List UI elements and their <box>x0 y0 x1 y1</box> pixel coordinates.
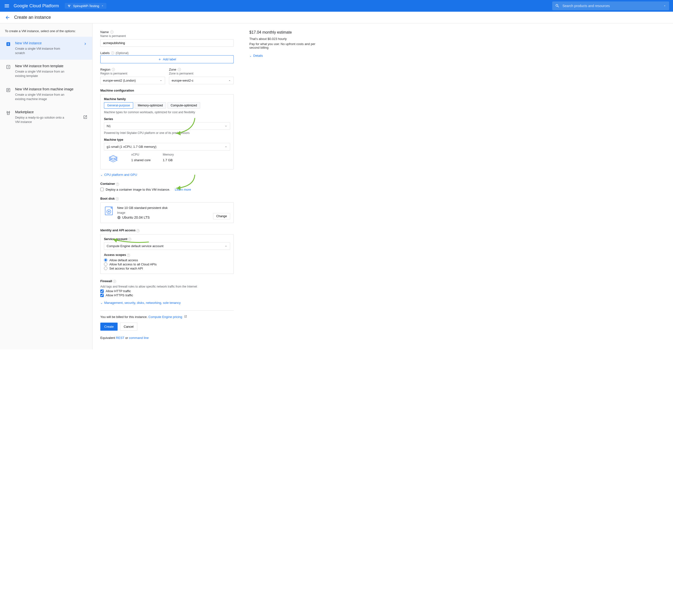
search-icon <box>555 4 559 8</box>
service-account-label: Service account ? <box>104 237 230 241</box>
sidebar-item-new-vm[interactable]: New VM instance Create a single VM insta… <box>0 37 92 60</box>
machine-config-card: Machine family General-purpose Memory-op… <box>100 94 234 170</box>
machine-spec-summary: vCPU1 shared core Memory1.7 GB <box>104 151 230 166</box>
access-scopes-label: Access scopes ? <box>104 253 230 257</box>
firewall-https-checkbox[interactable]: Allow HTTPS traffic <box>100 293 234 297</box>
firewall-heading: Firewall ? <box>100 279 234 283</box>
back-arrow-icon[interactable] <box>5 15 10 20</box>
container-heading: Container ? <box>100 182 234 186</box>
instance-name-input[interactable] <box>100 39 234 47</box>
estimate-panel: $17.04 monthly estimate That's about $0.… <box>243 23 331 349</box>
form-main: Name? Name is permanent Labels?(Optional… <box>92 23 243 349</box>
add-label-button[interactable]: Add label <box>100 55 234 63</box>
series-label: Series <box>104 117 230 121</box>
dropdown-icon <box>101 4 104 7</box>
estimate-details-expand[interactable]: ⌄Details <box>249 54 263 57</box>
help-icon[interactable]: ? <box>111 51 114 54</box>
tab-compute-optimized[interactable]: Compute-optimized <box>168 102 200 109</box>
tab-general-purpose[interactable]: General-purpose <box>104 102 133 109</box>
scope-full[interactable]: Allow full access to all Cloud APIs <box>104 262 230 266</box>
help-icon[interactable]: ? <box>127 254 130 257</box>
identity-heading: Identity and API access ? <box>100 228 234 232</box>
left-sidebar: To create a VM instance, select one of t… <box>0 23 92 349</box>
scope-default[interactable]: Allow default access <box>104 258 230 262</box>
create-button[interactable]: Create <box>100 323 118 331</box>
machine-type-label: Machine type <box>104 138 230 142</box>
cancel-button[interactable]: Cancel <box>120 323 137 331</box>
region-select[interactable]: europe-west2 (London) <box>100 77 165 84</box>
open-external-icon <box>83 115 87 119</box>
container-learn-more-link[interactable]: Learn more <box>175 188 191 191</box>
sidebar-item-marketplace[interactable]: Marketplace Deploy a ready-to-go solutio… <box>0 106 92 129</box>
command-line-link[interactable]: command line <box>129 336 149 340</box>
rest-link[interactable]: REST <box>116 336 124 340</box>
firewall-desc: Add tags and firewall rules to allow spe… <box>100 285 234 288</box>
boot-disk-change-button[interactable]: Change <box>213 213 230 219</box>
monthly-estimate: $17.04 monthly estimate <box>249 30 325 35</box>
machine-3d-icon <box>107 153 119 165</box>
machine-family-label: Machine family <box>104 97 230 101</box>
sidebar-item-desc: Create a single VM instance from an exis… <box>15 92 69 101</box>
dropdown-icon <box>224 125 227 128</box>
sidebar-item-title: New VM instance from template <box>15 64 87 68</box>
dropdown-icon <box>224 245 227 248</box>
page-title: Create an instance <box>14 15 51 20</box>
series-desc: Powered by Intel Skylake CPU platform or… <box>104 131 230 135</box>
family-desc: Machine types for common workloads, opti… <box>104 111 230 114</box>
help-icon[interactable]: ? <box>113 280 116 283</box>
help-icon[interactable]: ? <box>112 68 115 71</box>
svg-point-1 <box>69 5 70 6</box>
help-icon[interactable]: ? <box>136 229 140 232</box>
add-box-icon <box>6 42 11 46</box>
pricing-link[interactable]: Compute Engine pricing <box>149 315 182 319</box>
region-label: Region? <box>100 68 165 71</box>
sidebar-item-title: New VM instance <box>15 41 79 45</box>
hourly-estimate: That's about $0.023 hourly <box>249 37 325 41</box>
svg-point-0 <box>68 5 69 6</box>
tab-memory-optimized[interactable]: Memory-optimized <box>135 102 166 109</box>
management-expand[interactable]: ⌄Management, security, disks, networking… <box>100 301 181 304</box>
series-select[interactable]: N1 <box>104 122 230 130</box>
help-icon[interactable]: ? <box>116 183 119 186</box>
dropdown-icon <box>160 79 162 82</box>
boot-disk-desc: New 10 GB standard persistent disk <box>117 206 210 210</box>
dropdown-icon[interactable] <box>663 4 666 7</box>
boot-disk-card: New 10 GB standard persistent disk Image… <box>100 202 234 223</box>
sidebar-item-title: New VM instance from machine image <box>15 87 87 91</box>
help-icon[interactable]: ? <box>178 68 181 71</box>
zone-select[interactable]: europe-west2-c <box>169 77 234 84</box>
scope-each-api[interactable]: Set access for each API <box>104 267 230 270</box>
boot-os-line: Ubuntu 20.04 LTS <box>117 215 210 219</box>
deploy-container-checkbox[interactable] <box>100 188 104 191</box>
sidebar-item-desc: Deploy a ready-to-go solution onto a VM … <box>15 116 69 124</box>
machine-image-icon <box>6 88 11 92</box>
machine-config-heading: Machine configuration <box>100 88 234 92</box>
search-bar[interactable] <box>552 1 669 10</box>
name-hint: Name is permanent <box>100 34 234 38</box>
project-name: SpinupWP-Testing <box>73 4 99 8</box>
help-icon[interactable]: ? <box>110 30 114 34</box>
sidebar-intro-text: To create a VM instance, select one of t… <box>0 23 92 37</box>
name-label: Name? <box>100 30 234 34</box>
project-selector[interactable]: SpinupWP-Testing <box>65 3 106 9</box>
boot-image-label: Image <box>117 211 210 214</box>
open-external-icon <box>184 315 187 318</box>
sidebar-item-new-vm-from-template[interactable]: New VM instance from template Create a s… <box>0 60 92 82</box>
machine-type-select[interactable]: g1-small (1 vCPU, 1.7 GB memory) <box>104 143 230 151</box>
svg-point-6 <box>107 210 111 214</box>
labels-label: Labels?(Optional) <box>100 51 234 55</box>
sidebar-item-desc: Create a single VM instance from scratch <box>15 46 69 55</box>
billing-note: Pay for what you use: No upfront costs a… <box>249 42 325 49</box>
cpu-platform-gpu-expand[interactable]: ⌄CPU platform and GPU <box>100 173 137 177</box>
search-input[interactable] <box>563 4 660 8</box>
help-icon[interactable]: ? <box>128 238 131 241</box>
machine-family-tabs: General-purpose Memory-optimized Compute… <box>104 102 230 109</box>
sidebar-item-new-vm-from-image[interactable]: New VM instance from machine image Creat… <box>0 83 92 106</box>
service-account-select[interactable]: Compute Engine default service account <box>104 242 230 250</box>
help-icon[interactable]: ? <box>116 197 119 200</box>
firewall-http-checkbox[interactable]: Allow HTTP traffic <box>100 289 234 293</box>
menu-icon[interactable] <box>4 3 10 9</box>
globe-icon <box>117 216 121 219</box>
identity-card: Service account ? Compute Engine default… <box>100 234 234 274</box>
sidebar-item-title: Marketplace <box>15 110 87 114</box>
